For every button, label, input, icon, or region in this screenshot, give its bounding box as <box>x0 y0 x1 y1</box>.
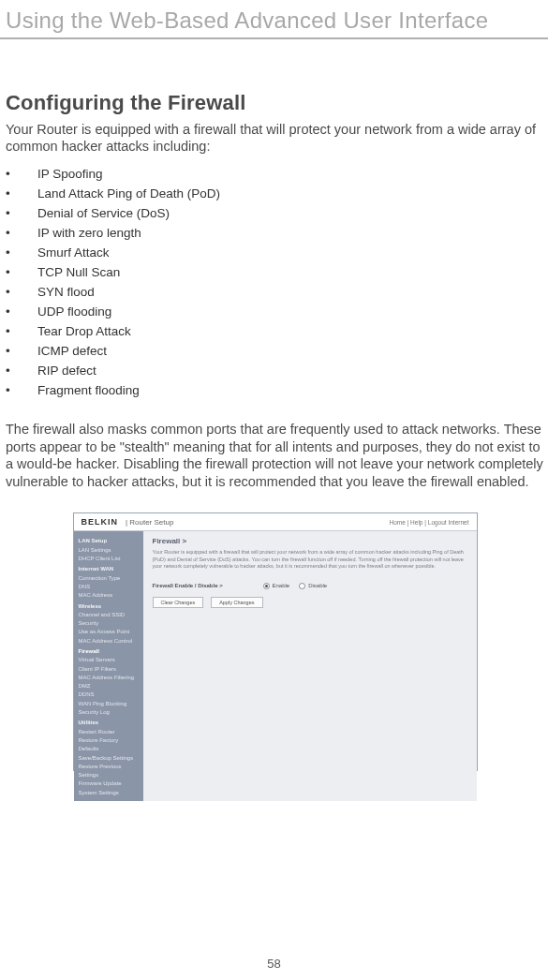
bullet-icon: • <box>6 265 37 279</box>
bullet-icon: • <box>6 186 37 200</box>
sidebar-item[interactable]: Connection Type <box>79 574 139 583</box>
sidebar-group-header-selected[interactable]: Firewall <box>79 647 139 656</box>
list-item: •Denial of Service (DoS) <box>6 203 544 223</box>
page-header: Using the Web-Based Advanced User Interf… <box>0 0 548 37</box>
list-item: •Tear Drop Attack <box>6 321 544 341</box>
sidebar-item[interactable]: Restore Factory Defaults <box>79 736 139 754</box>
bullet-icon: • <box>6 245 37 260</box>
radio-icon <box>299 583 305 589</box>
sidebar-item[interactable]: LAN Settings <box>79 546 139 555</box>
list-item-label: Tear Drop Attack <box>37 324 131 338</box>
radio-icon <box>263 583 270 589</box>
attack-list: •IP Spoofing •Land Attack Ping of Death … <box>6 164 544 400</box>
router-topbar: BELKIN | Router Setup Home | Help | Logo… <box>74 513 477 531</box>
page-number: 58 <box>0 957 548 971</box>
list-item-label: IP with zero length <box>37 226 141 240</box>
radio-label: Disable <box>308 583 327 588</box>
list-item: •RIP defect <box>6 361 544 380</box>
sidebar-item[interactable]: Restore Previous Settings <box>79 763 139 780</box>
list-item: •IP Spoofing <box>6 164 544 184</box>
firewall-setting-row: Firewall Enable / Disable > Enable Disab… <box>153 583 467 589</box>
list-item-label: Land Attack Ping of Death (PoD) <box>37 186 220 200</box>
sidebar-item[interactable]: System Settings <box>79 789 139 797</box>
list-item: •Smurf Attack <box>6 243 544 262</box>
sidebar-item[interactable]: Use as Access Point <box>79 628 139 636</box>
list-item: •UDP flooding <box>6 302 544 321</box>
bullet-icon: • <box>6 226 37 240</box>
bullet-icon: • <box>6 206 37 220</box>
sidebar-item[interactable]: Restart Router <box>79 728 139 736</box>
sidebar-group-header: Wireless <box>79 602 139 611</box>
router-top-links[interactable]: Home | Help | Logout Internet <box>389 519 468 526</box>
sidebar-item[interactable]: MAC Address Filtering <box>79 674 139 682</box>
list-item: •Fragment flooding <box>6 380 544 400</box>
list-item: •SYN flood <box>6 282 544 302</box>
sidebar-item[interactable]: MAC Address <box>79 591 139 600</box>
sidebar-item[interactable]: DMZ <box>79 682 139 690</box>
sidebar-item[interactable]: Virtual Servers <box>79 656 139 664</box>
bullet-icon: • <box>6 383 37 397</box>
list-item-label: SYN flood <box>37 285 95 299</box>
apply-changes-button[interactable]: Apply Changes <box>211 597 262 608</box>
sidebar-item[interactable]: DDNS <box>79 690 139 699</box>
list-item: •Land Attack Ping of Death (PoD) <box>6 184 544 203</box>
sidebar-item[interactable]: Save/Backup Settings <box>79 754 139 763</box>
sidebar-item[interactable]: Channel and SSID <box>79 611 139 619</box>
sidebar-item[interactable]: Client IP Filters <box>79 665 139 674</box>
bullet-icon: • <box>6 324 37 338</box>
router-main: Firewall > Your Router is equipped with … <box>143 531 477 801</box>
router-sidebar: LAN Setup LAN Settings DHCP Client List … <box>74 531 143 801</box>
bullet-icon: • <box>6 304 37 319</box>
brand-label: BELKIN <box>81 517 119 527</box>
sidebar-group-header: Utilities <box>79 719 139 727</box>
router-screenshot: BELKIN | Router Setup Home | Help | Logo… <box>6 512 544 771</box>
list-item: •ICMP defect <box>6 341 544 361</box>
sidebar-item[interactable]: WAN Ping Blocking <box>79 700 139 708</box>
list-item-label: ICMP defect <box>37 344 107 358</box>
bullet-icon: • <box>6 364 37 378</box>
bullet-icon: • <box>6 285 37 299</box>
firewall-title: Firewall > <box>153 537 467 545</box>
sidebar-group-header: Internet WAN <box>79 565 139 573</box>
sidebar-item[interactable]: Security Log <box>79 708 139 717</box>
bullet-icon: • <box>6 167 37 181</box>
list-item-label: IP Spoofing <box>37 167 103 181</box>
sidebar-item[interactable]: MAC Address Control <box>79 637 139 646</box>
list-item-label: Fragment flooding <box>37 383 140 397</box>
clear-changes-button[interactable]: Clear Changes <box>153 597 204 608</box>
router-setup-window: BELKIN | Router Setup Home | Help | Logo… <box>73 512 478 771</box>
router-buttons: Clear Changes Apply Changes <box>153 597 467 608</box>
radio-label: Enable <box>273 583 290 588</box>
router-body: LAN Setup LAN Settings DHCP Client List … <box>74 531 477 801</box>
enable-radio[interactable]: Enable <box>263 583 290 589</box>
list-item-label: RIP defect <box>37 364 96 378</box>
list-item-label: TCP Null Scan <box>37 265 120 279</box>
list-item-label: Smurf Attack <box>37 245 110 260</box>
sidebar-item[interactable]: Security <box>79 619 139 628</box>
list-item-label: UDP flooding <box>37 304 111 319</box>
sidebar-item[interactable]: DNS <box>79 583 139 591</box>
firewall-desc: Your Router is equipped with a firewall … <box>153 549 467 569</box>
list-item: •IP with zero length <box>6 223 544 243</box>
disable-radio[interactable]: Disable <box>299 583 327 589</box>
sidebar-item[interactable]: Firmware Update <box>79 780 139 788</box>
section-intro: Your Router is equipped with a firewall … <box>6 121 544 155</box>
list-item-label: Denial of Service (DoS) <box>37 206 170 220</box>
section-title: Configuring the Firewall <box>6 91 544 115</box>
sidebar-group-header: LAN Setup <box>79 537 139 545</box>
firewall-setting-label: Firewall Enable / Disable > <box>153 583 254 588</box>
list-item: •TCP Null Scan <box>6 262 544 282</box>
router-brand: BELKIN | Router Setup <box>81 517 174 527</box>
content-area: Configuring the Firewall Your Router is … <box>0 91 548 771</box>
bullet-icon: • <box>6 344 37 358</box>
brand-sub-label: | Router Setup <box>126 518 173 527</box>
sidebar-item[interactable]: DHCP Client List <box>79 555 139 563</box>
section-paragraph: The firewall also masks common ports tha… <box>6 421 544 490</box>
header-rule <box>0 37 548 39</box>
